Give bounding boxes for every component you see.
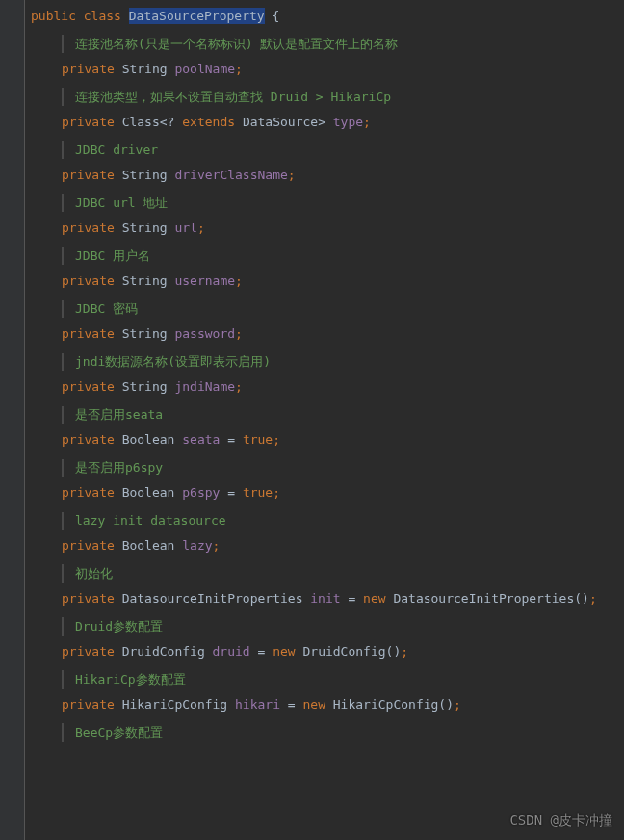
field-declaration: private DatasourceInitProperties init = … [62, 589, 624, 610]
field-declaration: private String username; [62, 271, 624, 292]
code-editor[interactable]: public class DataSourceProperty { 连接池名称(… [0, 0, 624, 742]
javadoc-comment: 是否启用seata [62, 406, 624, 425]
field-declaration: private DruidConfig druid = new DruidCon… [62, 642, 624, 663]
javadoc-comment: JDBC 密码 [62, 300, 624, 319]
javadoc-comment: BeeCp参数配置 [62, 723, 624, 743]
field-declaration: private HikariCpConfig hikari = new Hika… [62, 695, 624, 716]
field-declaration: private String driverClassName; [62, 165, 624, 186]
gutter [0, 0, 25, 840]
field-declaration: private String poolName; [62, 59, 624, 80]
field-declaration: private Class<? extends DataSource> type… [62, 112, 624, 133]
field-declaration: private Boolean seata = true; [62, 430, 624, 451]
field-declaration: private String password; [62, 324, 624, 345]
field-declaration: private Boolean p6spy = true; [62, 483, 624, 504]
javadoc-comment: JDBC 用户名 [62, 247, 624, 266]
javadoc-comment: 连接池名称(只是一个名称标识) 默认是配置文件上的名称 [62, 35, 624, 54]
javadoc-comment: 连接池类型，如果不设置自动查找 Druid > HikariCp [62, 88, 624, 107]
class-name-highlighted: DataSourceProperty [129, 8, 265, 24]
watermark: CSDN @皮卡冲撞 [509, 810, 612, 830]
javadoc-comment: 是否启用p6spy [62, 459, 624, 478]
javadoc-comment: HikariCp参数配置 [62, 670, 624, 690]
field-declaration: private String jndiName; [62, 377, 624, 398]
javadoc-comment: 初始化 [62, 564, 624, 584]
javadoc-comment: lazy init datasource [62, 512, 624, 531]
field-declaration: private Boolean lazy; [62, 536, 624, 557]
class-declaration: public class DataSourceProperty { [31, 6, 624, 27]
javadoc-comment: JDBC driver [62, 141, 624, 160]
field-declaration: private String url; [62, 218, 624, 239]
javadoc-comment: JDBC url 地址 [62, 194, 624, 213]
javadoc-comment: Druid参数配置 [62, 617, 624, 637]
javadoc-comment: jndi数据源名称(设置即表示启用) [62, 353, 624, 372]
